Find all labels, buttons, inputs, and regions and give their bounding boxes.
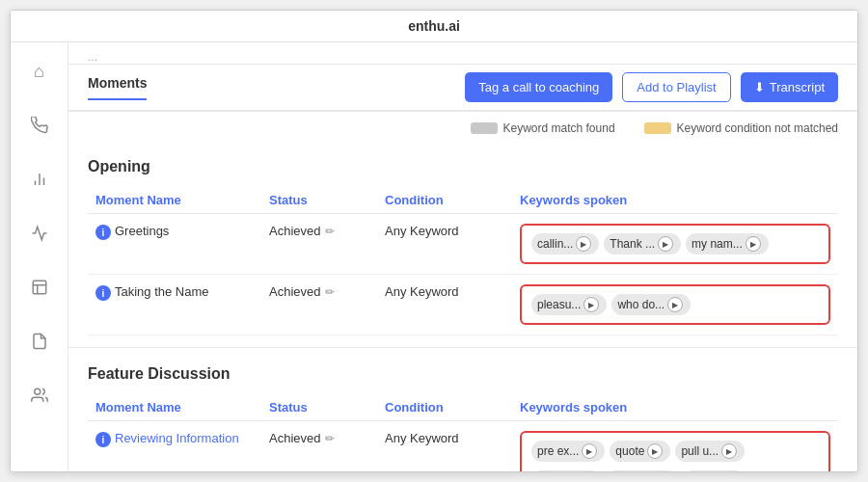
table-row: i Greetings Achieved ✏ Any Keyword — [88, 214, 838, 275]
legend-row: Keyword match found Keyword condition no… — [68, 112, 857, 145]
keywords-box-greetings: callin... ▶ Thank ... ▶ my nam... — [520, 224, 830, 264]
transcript-label: Transcript — [770, 80, 825, 94]
status-reviewing: Achieved ✏ — [261, 421, 377, 472]
sidebar-icon-document[interactable] — [22, 270, 57, 305]
condition-greetings: Any Keyword — [377, 214, 512, 275]
keywords-row-1: pre ex... ▶ quote ▶ pull u.. — [531, 441, 745, 462]
keywords-taking-name: pleasu... ▶ who do... ▶ — [512, 275, 838, 335]
keywords-reviewing: pre ex... ▶ quote ▶ pull u.. — [512, 421, 838, 472]
sidebar-icon-home[interactable]: ⌂ — [22, 54, 57, 89]
svg-point-6 — [34, 388, 40, 394]
transcript-button[interactable]: ⬇ Transcript — [741, 72, 838, 102]
info-icon: i — [95, 285, 111, 301]
keyword-chip[interactable]: pull u... ▶ — [531, 470, 601, 471]
keyword-chip[interactable]: callin... ▶ — [531, 233, 599, 254]
keyword-chip[interactable]: first ... ▶ — [683, 470, 746, 471]
table-row: i Taking the Name Achieved ✏ Any Key — [88, 275, 838, 335]
play-button[interactable]: ▶ — [721, 443, 737, 459]
title-bar: enthu.ai — [11, 11, 857, 42]
legend-gray-dot — [471, 122, 498, 134]
keywords-box-taking-name: pleasu... ▶ who do... ▶ — [520, 284, 830, 325]
moment-name-greetings: i Greetings — [88, 214, 261, 275]
tabs-left: Moments — [88, 75, 147, 100]
sidebar-icon-team[interactable] — [22, 378, 57, 413]
play-button[interactable]: ▶ — [583, 297, 599, 312]
main-content: ... Moments Tag a call to coaching Add t… — [68, 42, 857, 471]
svg-rect-3 — [33, 281, 46, 294]
legend-keyword-not-matched-label: Keyword condition not matched — [677, 121, 838, 135]
sidebar-icon-chart[interactable] — [22, 162, 57, 197]
condition-taking-name: Any Keyword — [377, 275, 512, 335]
tab-moments[interactable]: Moments — [88, 75, 147, 100]
moment-name-reviewing: i Reviewing Information — [88, 421, 261, 472]
keyword-chip[interactable]: pleasu... ▶ — [531, 294, 607, 315]
col-header-keywords-2: Keywords spoken — [512, 394, 838, 421]
app-title: enthu.ai — [408, 18, 460, 34]
tabs-right: Tag a call to coaching Add to Playlist ⬇… — [465, 72, 838, 102]
keywords-greetings: callin... ▶ Thank ... ▶ my nam... — [512, 214, 838, 275]
col-header-condition-2: Condition — [377, 394, 512, 421]
sidebar: ⌂ — [11, 42, 68, 471]
keyword-chip[interactable]: pulled... ▶ — [606, 470, 678, 471]
sidebar-icon-phone[interactable] — [22, 108, 57, 143]
col-header-status: Status — [261, 187, 377, 214]
tabs-row: Moments Tag a call to coaching Add to Pl… — [68, 65, 857, 112]
play-button[interactable]: ▶ — [667, 297, 683, 312]
keyword-chip[interactable]: Thank ... ▶ — [604, 233, 681, 254]
legend-keyword-not-matched: Keyword condition not matched — [644, 121, 838, 135]
breadcrumb-text: ... — [88, 50, 97, 64]
keyword-chip[interactable]: quote ▶ — [610, 441, 670, 462]
moment-name-taking-name: i Taking the Name — [88, 275, 261, 335]
col-header-condition: Condition — [377, 187, 512, 214]
opening-table-header: Moment Name Status Condition Keywords sp… — [88, 187, 838, 214]
edit-icon[interactable]: ✏ — [325, 285, 335, 299]
keywords-box-reviewing: pre ex... ▶ quote ▶ pull u.. — [520, 431, 830, 471]
keywords-row-2: pull u... ▶ pulled... ▶ firs — [531, 470, 746, 471]
app-window: enthu.ai ⌂ — [10, 10, 858, 472]
keyword-chip[interactable]: my nam... ▶ — [686, 233, 769, 254]
table-row: i Reviewing Information Achieved ✏ A — [88, 421, 838, 472]
play-button[interactable]: ▶ — [658, 236, 673, 252]
section-feature-discussion: Feature Discussion Moment Name Status Co… — [68, 352, 857, 471]
add-playlist-button[interactable]: Add to Playlist — [622, 72, 730, 102]
app-body: ⌂ ... — [11, 42, 857, 471]
breadcrumb: ... — [68, 42, 857, 65]
edit-icon[interactable]: ✏ — [325, 432, 335, 445]
edit-icon[interactable]: ✏ — [325, 225, 335, 238]
download-icon: ⬇ — [754, 80, 765, 94]
section-opening-title: Opening — [88, 158, 838, 175]
status-taking-name: Achieved ✏ — [261, 275, 377, 335]
legend-keyword-match-label: Keyword match found — [503, 121, 615, 135]
legend-keyword-match: Keyword match found — [471, 121, 615, 135]
section-feature-title: Feature Discussion — [88, 365, 838, 383]
section-divider — [68, 347, 857, 348]
tag-coaching-button[interactable]: Tag a call to coaching — [465, 72, 612, 102]
play-button[interactable]: ▶ — [647, 443, 663, 459]
feature-table: Moment Name Status Condition Keywords sp… — [88, 394, 838, 471]
keyword-chip[interactable]: who do... ▶ — [611, 294, 691, 315]
col-header-keywords: Keywords spoken — [512, 187, 838, 214]
play-button[interactable]: ▶ — [576, 236, 591, 252]
col-header-status-2: Status — [261, 394, 377, 421]
play-button[interactable]: ▶ — [746, 236, 761, 252]
section-opening: Opening Moment Name Status Condition Key… — [68, 145, 857, 343]
sidebar-icon-file[interactable] — [22, 324, 57, 359]
keyword-chip[interactable]: pre ex... ▶ — [531, 441, 605, 462]
col-header-moment-name-2: Moment Name — [88, 394, 261, 421]
sidebar-icon-activity[interactable] — [22, 216, 57, 251]
info-icon: i — [95, 432, 111, 447]
feature-table-header: Moment Name Status Condition Keywords sp… — [88, 394, 838, 421]
play-button[interactable]: ▶ — [582, 443, 597, 459]
col-header-moment-name: Moment Name — [88, 187, 261, 214]
keyword-chip[interactable]: pull u... ▶ — [675, 441, 745, 462]
condition-reviewing: Any Keyword — [377, 421, 512, 472]
info-icon: i — [95, 225, 111, 240]
status-greetings: Achieved ✏ — [261, 214, 377, 275]
opening-table: Moment Name Status Condition Keywords sp… — [88, 187, 838, 335]
legend-yellow-dot — [644, 122, 671, 134]
